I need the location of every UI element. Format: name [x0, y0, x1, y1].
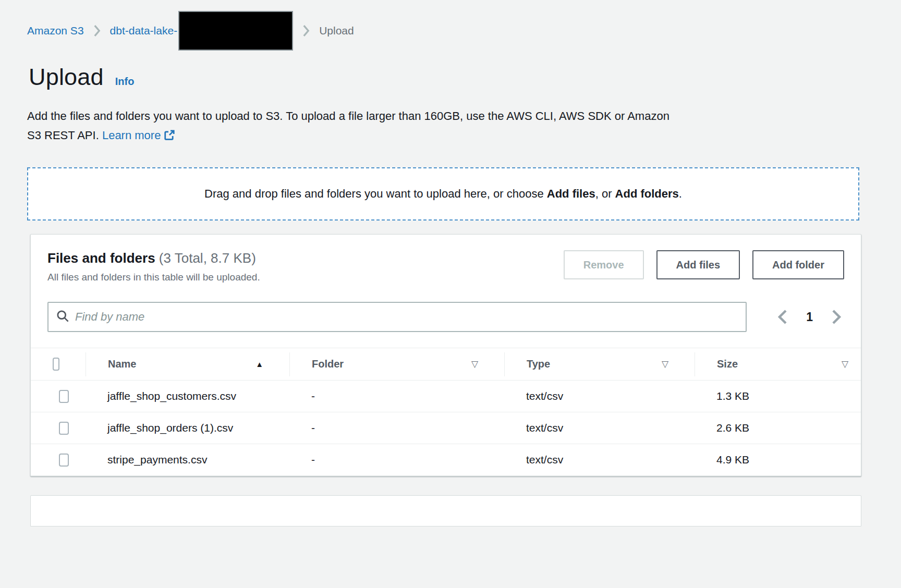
search-row: 1: [31, 302, 861, 332]
previous-page-button[interactable]: [775, 307, 790, 327]
row-checkbox[interactable]: [59, 390, 69, 403]
filter-icon[interactable]: ▽: [471, 359, 478, 370]
file-name-cell: jaffle_shop_orders (1).csv: [86, 412, 289, 444]
description-line2: S3 REST API.: [27, 129, 99, 142]
page-header: Upload Info: [29, 64, 901, 91]
select-all-cell: [31, 354, 86, 375]
panel-header-text: Files and folders (3 Total, 8.7 KB) All …: [47, 250, 260, 283]
panel-subtitle: All files and folders in this table will…: [47, 272, 260, 283]
learn-more-link[interactable]: Learn more: [102, 129, 161, 142]
table-header-row: Name ▲ Folder ▽ Type ▽ Size ▽: [31, 348, 861, 381]
search-icon: [56, 309, 70, 325]
current-page-number[interactable]: 1: [806, 310, 813, 324]
info-link[interactable]: Info: [115, 76, 135, 88]
type-cell: text/csv: [504, 381, 695, 412]
size-cell: 4.9 KB: [695, 444, 862, 475]
panel-header: Files and folders (3 Total, 8.7 KB) All …: [31, 235, 861, 283]
chevron-right-icon: [93, 24, 101, 38]
size-cell: 2.6 KB: [695, 412, 862, 444]
panel-title: Files and folders (3 Total, 8.7 KB): [47, 250, 260, 266]
next-panel-edge: [30, 495, 861, 526]
add-folder-button[interactable]: Add folder: [752, 250, 844, 279]
select-all-checkbox[interactable]: [53, 358, 59, 371]
folder-cell: -: [289, 444, 504, 475]
table-row: jaffle_shop_customers.csv - text/csv 1.3…: [31, 381, 861, 412]
breadcrumb-bucket[interactable]: dbt-data-lake-: [110, 24, 178, 37]
page-title: Upload: [29, 64, 104, 91]
table-body: jaffle_shop_customers.csv - text/csv 1.3…: [31, 381, 861, 476]
table-row: jaffle_shop_orders (1).csv - text/csv 2.…: [31, 412, 861, 444]
dropzone-text: Drag and drop files and folders you want…: [204, 187, 682, 201]
type-cell: text/csv: [504, 412, 695, 444]
files-table: Name ▲ Folder ▽ Type ▽ Size ▽: [31, 348, 861, 476]
next-page-button[interactable]: [829, 307, 844, 327]
files-and-folders-panel: Files and folders (3 Total, 8.7 KB) All …: [30, 234, 861, 476]
row-checkbox[interactable]: [59, 422, 69, 435]
page-description: Add the files and folders you want to up…: [27, 106, 872, 146]
file-name-cell: stripe_payments.csv: [86, 444, 289, 475]
panel-actions: Remove Add files Add folder: [564, 250, 844, 283]
drag-and-drop-zone[interactable]: Drag and drop files and folders you want…: [27, 167, 859, 220]
filter-icon[interactable]: ▽: [662, 359, 668, 370]
search-input[interactable]: [75, 303, 738, 331]
pagination: 1: [775, 307, 844, 327]
external-link-icon[interactable]: [164, 127, 175, 146]
breadcrumb-upload: Upload: [319, 24, 354, 37]
row-select-cell: [31, 447, 86, 473]
breadcrumb: Amazon S3 dbt-data-lake- Upload: [27, 10, 901, 51]
row-select-cell: [31, 384, 86, 409]
redacted-bucket-name: [178, 11, 293, 51]
filter-icon[interactable]: ▽: [842, 359, 848, 370]
column-header-name[interactable]: Name ▲: [86, 352, 289, 376]
column-header-size[interactable]: Size ▽: [695, 352, 862, 376]
remove-button[interactable]: Remove: [564, 250, 644, 279]
column-header-type[interactable]: Type ▽: [504, 352, 695, 376]
description-line1: Add the files and folders you want to up…: [27, 109, 669, 123]
row-checkbox[interactable]: [59, 454, 69, 467]
folder-cell: -: [289, 412, 504, 444]
sort-ascending-icon[interactable]: ▲: [255, 360, 263, 369]
type-cell: text/csv: [504, 444, 695, 475]
column-header-folder[interactable]: Folder ▽: [289, 352, 504, 376]
breadcrumb-amazon-s3[interactable]: Amazon S3: [27, 24, 84, 37]
table-row: stripe_payments.csv - text/csv 4.9 KB: [31, 444, 861, 476]
row-select-cell: [31, 415, 86, 441]
size-cell: 1.3 KB: [695, 381, 862, 412]
chevron-right-icon: [302, 24, 310, 38]
search-box: [47, 302, 747, 332]
panel-count: (3 Total, 8.7 KB): [159, 250, 256, 266]
folder-cell: -: [289, 381, 504, 412]
add-files-button[interactable]: Add files: [656, 250, 740, 279]
file-name-cell: jaffle_shop_customers.csv: [86, 381, 289, 412]
